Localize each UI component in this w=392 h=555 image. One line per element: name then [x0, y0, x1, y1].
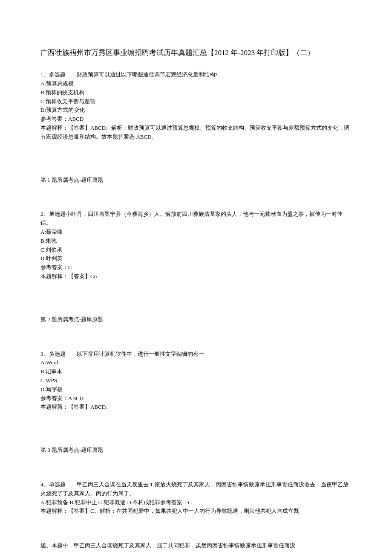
option-a: A:Word — [40, 358, 352, 367]
option-b: B:朱德 — [40, 237, 352, 246]
explanation: 本题解新：【答案】ABCD。 — [40, 403, 352, 412]
option-c: C:WPS — [40, 376, 352, 385]
options-and-answer: A:犯罪预备 B:犯罪中止 C:犯罪既遂 D:不构成犯罪参考答案：C — [40, 498, 352, 507]
option-b: B:预算的收支机构 — [40, 88, 352, 97]
question-4: 4、单选题 甲乙丙三人合谋在当天夜里去 T 家放火烧死丁及其家人，丙因害怕事情败… — [40, 480, 352, 516]
explanation: 本题解释：【答案】Co — [40, 272, 352, 281]
question-point: 第 1 题所属考点-题库原题 — [40, 176, 352, 185]
explanation: 本题解释：【答案】C。解析：在共同犯罪中，如果共犯人中一人的行为导致既遂，则其他… — [40, 507, 352, 516]
answer: 参考答案：ABCD — [40, 115, 352, 124]
option-d: D:叶剑英 — [40, 254, 352, 263]
option-c: C:刘伯承 — [40, 246, 352, 255]
question-header: 2、单选题小叶丹，四川省冕宁县（今彝海乡）人。解放前四川彝族沽基家的头人，他与一… — [40, 210, 352, 228]
option-a: A:聂荣臻 — [40, 228, 352, 237]
answer: 参考答案：ABCD — [40, 394, 352, 403]
question-point: 第 3 题所属考点-题库原题 — [40, 446, 352, 455]
question-header: 1、多选题 财政预算可以通过以下哪些途径调节宏观经济总量和结构? — [40, 70, 352, 79]
option-a: A:预算总规模 — [40, 79, 352, 88]
document-page: 广西壮族梧州市万秀区事业编招聘考试历年真题汇总【2012 年-2023 年打印版… — [0, 0, 392, 555]
option-d: D:预算方式的变化 — [40, 106, 352, 115]
answer: 参考答案：C — [40, 263, 352, 272]
option-d: D:写字板 — [40, 385, 352, 394]
document-title: 广西壮族梧州市万秀区事业编招聘考试历年真题汇总【2012 年-2023 年打印版… — [40, 47, 352, 58]
question-3: 3、多选题 以下常用计算机软件中，进行一般性文字编辑的有一 A:Word B:记… — [40, 350, 352, 412]
continuation: 遂。本题中，甲乙丙三人合谋烧死丁及其家人，屈于共同犯罪，虽然丙因害怕事情败露承担… — [40, 541, 352, 550]
explanation: 本题解释：【答案】ABCD。解析：财政预算可以通过预算总规模、预算的收支结构、预… — [40, 124, 352, 142]
question-header: 4、单选题 甲乙丙三人合谋在当天夜里去 T 家放火烧死丁及其家人，丙因害怕事情败… — [40, 480, 352, 498]
question-point: 第 2 题所属考点-题库原题 — [40, 315, 352, 324]
question-1: 1、多选题 财政预算可以通过以下哪些途径调节宏观经济总量和结构? A:预算总规模… — [40, 70, 352, 141]
question-2: 2、单选题小叶丹，四川省冕宁县（今彝海乡）人。解放前四川彝族沽基家的头人，他与一… — [40, 210, 352, 281]
question-header: 3、多选题 以下常用计算机软件中，进行一般性文字编辑的有一 — [40, 350, 352, 359]
option-c: C:预算收支平衡与差额 — [40, 97, 352, 106]
option-b: B:记事本 — [40, 367, 352, 376]
